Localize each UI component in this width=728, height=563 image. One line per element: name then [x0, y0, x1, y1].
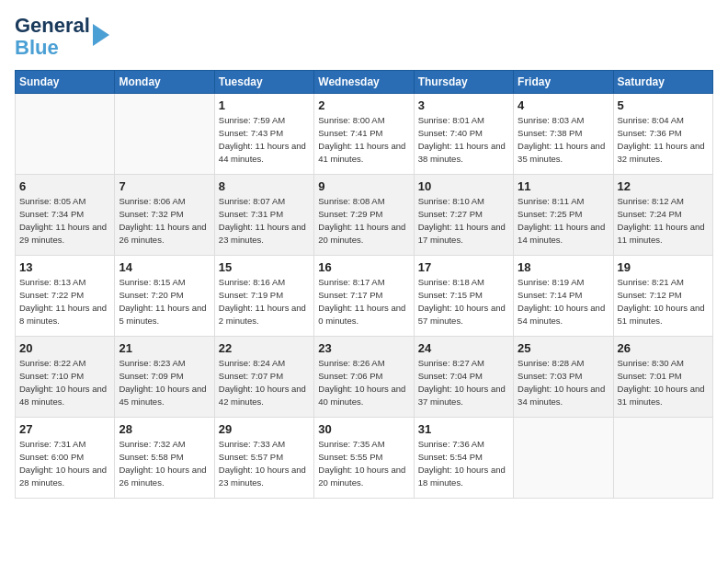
calendar-cell: 17Sunrise: 8:18 AM Sunset: 7:15 PM Dayli…	[414, 256, 513, 337]
day-info: Sunrise: 8:12 AM Sunset: 7:24 PM Dayligh…	[618, 195, 709, 246]
day-number: 30	[318, 422, 409, 436]
day-info: Sunrise: 8:27 AM Sunset: 7:04 PM Dayligh…	[418, 357, 509, 408]
day-number: 14	[119, 260, 210, 274]
calendar-header-row: SundayMondayTuesdayWednesdayThursdayFrid…	[16, 71, 713, 94]
day-number: 24	[418, 341, 509, 355]
day-number: 15	[219, 260, 310, 274]
calendar-cell: 27Sunrise: 7:31 AM Sunset: 6:00 PM Dayli…	[16, 418, 115, 499]
calendar-cell: 19Sunrise: 8:21 AM Sunset: 7:12 PM Dayli…	[613, 256, 712, 337]
calendar-cell: 12Sunrise: 8:12 AM Sunset: 7:24 PM Dayli…	[613, 175, 712, 256]
day-info: Sunrise: 8:01 AM Sunset: 7:40 PM Dayligh…	[418, 114, 509, 165]
day-number: 5	[618, 98, 709, 112]
calendar-cell: 8Sunrise: 8:07 AM Sunset: 7:31 PM Daylig…	[214, 175, 313, 256]
header-monday: Monday	[115, 71, 214, 94]
day-info: Sunrise: 8:00 AM Sunset: 7:41 PM Dayligh…	[318, 114, 409, 165]
header-wednesday: Wednesday	[314, 71, 414, 94]
calendar-cell: 10Sunrise: 8:10 AM Sunset: 7:27 PM Dayli…	[414, 175, 513, 256]
header-tuesday: Tuesday	[214, 71, 313, 94]
week-row-0: 1Sunrise: 7:59 AM Sunset: 7:43 PM Daylig…	[16, 94, 713, 175]
day-number: 12	[618, 179, 709, 193]
logo: GeneralBlue	[15, 15, 109, 59]
calendar-cell: 13Sunrise: 8:13 AM Sunset: 7:22 PM Dayli…	[16, 256, 115, 337]
calendar-cell: 24Sunrise: 8:27 AM Sunset: 7:04 PM Dayli…	[414, 337, 513, 418]
week-row-1: 6Sunrise: 8:05 AM Sunset: 7:34 PM Daylig…	[16, 175, 713, 256]
page-header: GeneralBlue	[15, 15, 713, 59]
calendar-cell	[613, 418, 712, 499]
day-number: 7	[119, 179, 210, 193]
day-info: Sunrise: 8:08 AM Sunset: 7:29 PM Dayligh…	[318, 195, 409, 246]
calendar-cell: 26Sunrise: 8:30 AM Sunset: 7:01 PM Dayli…	[613, 337, 712, 418]
day-info: Sunrise: 8:19 AM Sunset: 7:14 PM Dayligh…	[518, 276, 609, 327]
day-info: Sunrise: 8:03 AM Sunset: 7:38 PM Dayligh…	[518, 114, 609, 165]
calendar-cell	[115, 94, 214, 175]
day-number: 9	[318, 179, 409, 193]
calendar-cell: 7Sunrise: 8:06 AM Sunset: 7:32 PM Daylig…	[115, 175, 214, 256]
calendar-cell: 16Sunrise: 8:17 AM Sunset: 7:17 PM Dayli…	[314, 256, 414, 337]
day-number: 22	[219, 341, 310, 355]
day-number: 2	[318, 98, 409, 112]
day-info: Sunrise: 8:15 AM Sunset: 7:20 PM Dayligh…	[119, 276, 210, 327]
calendar-cell: 15Sunrise: 8:16 AM Sunset: 7:19 PM Dayli…	[214, 256, 313, 337]
day-info: Sunrise: 8:21 AM Sunset: 7:12 PM Dayligh…	[618, 276, 709, 327]
calendar-table: SundayMondayTuesdayWednesdayThursdayFrid…	[15, 70, 713, 499]
day-info: Sunrise: 7:59 AM Sunset: 7:43 PM Dayligh…	[219, 114, 310, 165]
day-number: 10	[418, 179, 509, 193]
day-info: Sunrise: 8:13 AM Sunset: 7:22 PM Dayligh…	[19, 276, 110, 327]
header-thursday: Thursday	[414, 71, 513, 94]
day-info: Sunrise: 8:28 AM Sunset: 7:03 PM Dayligh…	[518, 357, 609, 408]
calendar-cell: 11Sunrise: 8:11 AM Sunset: 7:25 PM Dayli…	[514, 175, 613, 256]
calendar-cell: 4Sunrise: 8:03 AM Sunset: 7:38 PM Daylig…	[514, 94, 613, 175]
header-friday: Friday	[514, 71, 613, 94]
day-number: 25	[518, 341, 609, 355]
day-info: Sunrise: 7:31 AM Sunset: 6:00 PM Dayligh…	[19, 438, 110, 488]
day-number: 29	[219, 422, 310, 436]
day-info: Sunrise: 8:07 AM Sunset: 7:31 PM Dayligh…	[219, 195, 310, 246]
calendar-cell: 9Sunrise: 8:08 AM Sunset: 7:29 PM Daylig…	[314, 175, 414, 256]
day-info: Sunrise: 8:24 AM Sunset: 7:07 PM Dayligh…	[219, 357, 310, 408]
day-info: Sunrise: 8:04 AM Sunset: 7:36 PM Dayligh…	[618, 114, 709, 165]
day-info: Sunrise: 8:22 AM Sunset: 7:10 PM Dayligh…	[19, 357, 110, 408]
day-info: Sunrise: 8:18 AM Sunset: 7:15 PM Dayligh…	[418, 276, 509, 327]
calendar-cell: 22Sunrise: 8:24 AM Sunset: 7:07 PM Dayli…	[214, 337, 313, 418]
calendar-cell: 2Sunrise: 8:00 AM Sunset: 7:41 PM Daylig…	[314, 94, 414, 175]
day-info: Sunrise: 8:30 AM Sunset: 7:01 PM Dayligh…	[618, 357, 709, 408]
calendar-cell: 18Sunrise: 8:19 AM Sunset: 7:14 PM Dayli…	[514, 256, 613, 337]
day-info: Sunrise: 8:23 AM Sunset: 7:09 PM Dayligh…	[119, 357, 210, 408]
day-number: 6	[19, 179, 110, 193]
calendar-cell: 1Sunrise: 7:59 AM Sunset: 7:43 PM Daylig…	[214, 94, 313, 175]
calendar-cell	[514, 418, 613, 499]
day-info: Sunrise: 7:33 AM Sunset: 5:57 PM Dayligh…	[219, 438, 310, 488]
day-number: 18	[518, 260, 609, 274]
day-number: 11	[518, 179, 609, 193]
day-number: 27	[19, 422, 110, 436]
week-row-2: 13Sunrise: 8:13 AM Sunset: 7:22 PM Dayli…	[16, 256, 713, 337]
header-saturday: Saturday	[613, 71, 712, 94]
day-number: 21	[119, 341, 210, 355]
day-info: Sunrise: 8:11 AM Sunset: 7:25 PM Dayligh…	[518, 195, 609, 246]
day-info: Sunrise: 8:06 AM Sunset: 7:32 PM Dayligh…	[119, 195, 210, 246]
day-number: 8	[219, 179, 310, 193]
day-number: 26	[618, 341, 709, 355]
day-number: 3	[418, 98, 509, 112]
day-info: Sunrise: 8:16 AM Sunset: 7:19 PM Dayligh…	[219, 276, 310, 327]
day-info: Sunrise: 7:32 AM Sunset: 5:58 PM Dayligh…	[119, 438, 210, 488]
day-number: 4	[518, 98, 609, 112]
day-number: 19	[618, 260, 709, 274]
day-number: 1	[219, 98, 310, 112]
calendar-cell: 5Sunrise: 8:04 AM Sunset: 7:36 PM Daylig…	[613, 94, 712, 175]
day-info: Sunrise: 8:26 AM Sunset: 7:06 PM Dayligh…	[318, 357, 409, 408]
day-number: 16	[318, 260, 409, 274]
calendar-cell: 20Sunrise: 8:22 AM Sunset: 7:10 PM Dayli…	[16, 337, 115, 418]
day-info: Sunrise: 7:35 AM Sunset: 5:55 PM Dayligh…	[318, 438, 409, 488]
day-info: Sunrise: 8:05 AM Sunset: 7:34 PM Dayligh…	[19, 195, 110, 246]
day-number: 17	[418, 260, 509, 274]
day-number: 23	[318, 341, 409, 355]
logo-text: GeneralBlue	[15, 15, 90, 59]
day-number: 13	[19, 260, 110, 274]
day-info: Sunrise: 8:10 AM Sunset: 7:27 PM Dayligh…	[418, 195, 509, 246]
calendar-cell: 30Sunrise: 7:35 AM Sunset: 5:55 PM Dayli…	[314, 418, 414, 499]
day-info: Sunrise: 8:17 AM Sunset: 7:17 PM Dayligh…	[318, 276, 409, 327]
calendar-cell	[16, 94, 115, 175]
calendar-cell: 29Sunrise: 7:33 AM Sunset: 5:57 PM Dayli…	[214, 418, 313, 499]
calendar-cell: 28Sunrise: 7:32 AM Sunset: 5:58 PM Dayli…	[115, 418, 214, 499]
